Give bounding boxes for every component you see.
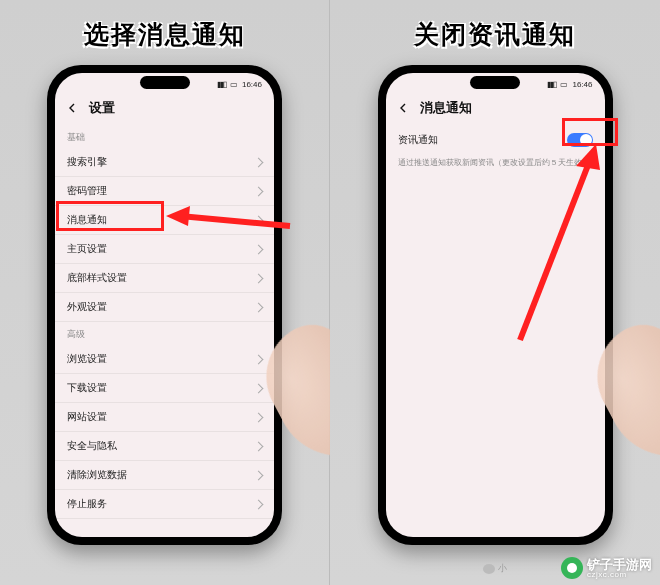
app-header: 设置 [55, 95, 274, 125]
item-browse-settings[interactable]: 浏览设置 [55, 345, 274, 374]
item-site-settings[interactable]: 网站设置 [55, 403, 274, 432]
status-time: 16:46 [242, 80, 262, 89]
page-title: 设置 [89, 99, 115, 117]
back-icon[interactable] [65, 101, 79, 115]
list-item-label: 底部样式设置 [67, 271, 127, 285]
item-clear-data[interactable]: 清除浏览数据 [55, 461, 274, 490]
panel-right-caption: 关闭资讯通知 [414, 18, 576, 51]
signal-icon: ▮▮▯ [217, 80, 226, 89]
toggle-switch[interactable] [567, 133, 593, 147]
toggle-row-news-notify: 资讯通知 [386, 125, 605, 155]
list-item-label: 主页设置 [67, 242, 107, 256]
status-time: 16:46 [572, 80, 592, 89]
signal-icon: ▮▮▯ [547, 80, 556, 89]
list-item-label: 搜索引擎 [67, 155, 107, 169]
phone-notch [140, 76, 190, 89]
chevron-right-icon [254, 383, 264, 393]
list-item-label: 消息通知 [67, 213, 107, 227]
comparison-panels: 选择消息通知 ▮▮▯ ▭ 16:46 设置 基础 搜索引擎 密码管理 [0, 0, 660, 585]
page-title: 消息通知 [420, 99, 472, 117]
chevron-right-icon [254, 244, 264, 254]
back-icon[interactable] [396, 101, 410, 115]
list-item-label: 停止服务 [67, 497, 107, 511]
chevron-right-icon [254, 186, 264, 196]
item-download-settings[interactable]: 下载设置 [55, 374, 274, 403]
chevron-right-icon [254, 441, 264, 451]
list-item-label: 下载设置 [67, 381, 107, 395]
item-message-notify[interactable]: 消息通知 [55, 206, 274, 235]
battery-icon: ▭ [560, 80, 568, 89]
item-homepage[interactable]: 主页设置 [55, 235, 274, 264]
list-item-label: 密码管理 [67, 184, 107, 198]
panel-left: 选择消息通知 ▮▮▯ ▭ 16:46 设置 基础 搜索引擎 密码管理 [0, 0, 330, 585]
chevron-right-icon [254, 499, 264, 509]
item-search-engine[interactable]: 搜索引擎 [55, 148, 274, 177]
panel-right: 关闭资讯通知 ▮▮▯ ▭ 16:46 消息通知 资讯通知 [330, 0, 660, 585]
item-password-mgmt[interactable]: 密码管理 [55, 177, 274, 206]
app-header: 消息通知 [386, 95, 605, 125]
section-header-basic: 基础 [55, 125, 274, 148]
list-item-label: 外观设置 [67, 300, 107, 314]
phone-left: ▮▮▯ ▭ 16:46 设置 基础 搜索引擎 密码管理 消息通知 主页设置 底部… [47, 65, 282, 545]
chevron-right-icon [254, 157, 264, 167]
item-stop-service[interactable]: 停止服务 [55, 490, 274, 519]
phone-right: ▮▮▯ ▭ 16:46 消息通知 资讯通知 通过推送通知获取新闻资讯（更改设置后… [378, 65, 613, 545]
item-appearance[interactable]: 外观设置 [55, 293, 274, 322]
chevron-right-icon [254, 273, 264, 283]
chevron-right-icon [254, 302, 264, 312]
list-item-label: 安全与隐私 [67, 439, 117, 453]
chevron-right-icon [254, 412, 264, 422]
watermark-icon [561, 557, 583, 579]
item-security-privacy[interactable]: 安全与隐私 [55, 432, 274, 461]
wechat-mark: 小 [483, 562, 507, 575]
chevron-right-icon [254, 354, 264, 364]
wechat-icon [483, 564, 495, 574]
phone-notch [470, 76, 520, 89]
toggle-label: 资讯通知 [398, 133, 438, 147]
list-item-label: 浏览设置 [67, 352, 107, 366]
watermark-brand: 铲子手游网 [587, 558, 652, 571]
list-item-label: 网站设置 [67, 410, 107, 424]
panel-left-caption: 选择消息通知 [84, 18, 246, 51]
toggle-description: 通过推送通知获取新闻资讯（更改设置后约 5 天生效） [386, 155, 605, 176]
watermark-url: czjxc.com [587, 571, 652, 579]
wechat-label: 小 [498, 562, 507, 575]
screen-right: ▮▮▯ ▭ 16:46 消息通知 资讯通知 通过推送通知获取新闻资讯（更改设置后… [386, 73, 605, 537]
section-header-advanced: 高级 [55, 322, 274, 345]
screen-left: ▮▮▯ ▭ 16:46 设置 基础 搜索引擎 密码管理 消息通知 主页设置 底部… [55, 73, 274, 537]
battery-icon: ▭ [230, 80, 238, 89]
list-item-label: 清除浏览数据 [67, 468, 127, 482]
item-bottom-style[interactable]: 底部样式设置 [55, 264, 274, 293]
chevron-right-icon [254, 215, 264, 225]
watermark: 铲子手游网 czjxc.com [561, 557, 652, 579]
chevron-right-icon [254, 470, 264, 480]
